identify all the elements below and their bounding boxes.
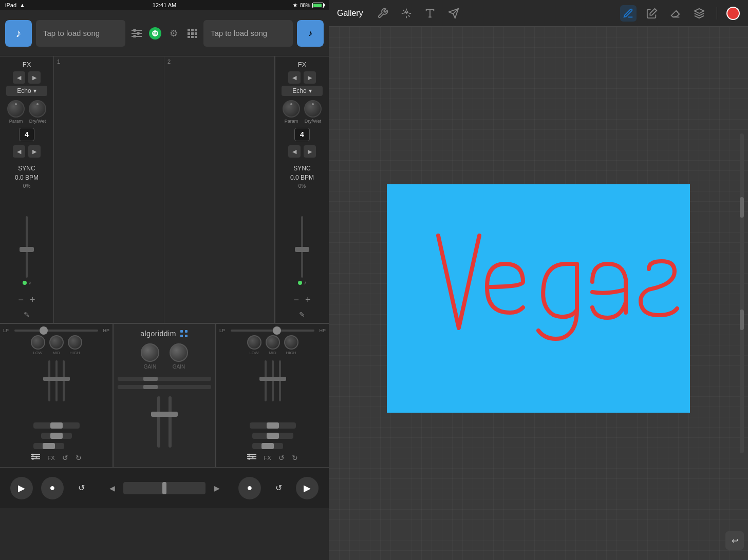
drawing-canvas-area[interactable]: ↩ [329,27,748,560]
deck2-eq-icon[interactable] [247,453,256,462]
deck1-crossfader-handle2[interactable] [50,433,63,439]
settings-icon[interactable]: ⚙ [166,26,181,41]
deck1-song-label[interactable]: Tap to load song [36,20,125,47]
deck2-mid-knob[interactable] [266,335,280,350]
scrollbar-thumb-bottom[interactable] [740,310,744,330]
deck1-mid-knob[interactable] [49,335,64,350]
deck2-fx-icon[interactable]: FX [264,455,271,461]
deck1-loop-icon[interactable]: ↺ [62,454,68,462]
gain2-knob[interactable] [170,343,188,362]
deck1-drywet-knob[interactable] [29,100,46,118]
deck1-crossfader-handle[interactable] [50,422,63,429]
deck1-param-knob[interactable] [7,100,25,118]
gallery-button[interactable]: Gallery [337,9,367,18]
svg-rect-6 [188,29,190,31]
deck2-loop-icon[interactable]: ↺ [278,454,285,462]
deck1-play-transport[interactable]: ▶ [10,477,33,499]
center-fader1-handle[interactable] [143,377,158,381]
deck2-song-label[interactable]: Tap to load song [203,20,293,47]
deck2-crossfader-handle3[interactable] [261,443,274,449]
deck1-hplp-slider[interactable] [14,330,98,332]
deck1-hplp-handle[interactable] [40,326,48,335]
layers-tool[interactable] [691,5,707,22]
progress-handle[interactable] [162,482,166,494]
prev-track-btn[interactable]: ◀ [105,481,119,495]
spotify-icon[interactable] [148,26,162,41]
deck2-play-button[interactable]: ♪ [297,20,324,47]
deck1-eq-icon[interactable] [31,453,40,462]
deck2-cue-btn[interactable]: ● [238,477,261,499]
deck2-crossfader-handle[interactable] [267,422,279,429]
deck1-remove-btn[interactable]: − [18,295,24,305]
deck2-crossfader-track2[interactable] [252,433,293,439]
center-fader2[interactable] [118,385,211,389]
deck1-low-knob[interactable] [31,335,45,350]
deck2-remove-btn[interactable]: − [293,295,299,305]
deck2-crossfader-track3[interactable] [252,443,283,449]
deck1-pencil-icon[interactable]: ✎ [24,311,30,319]
deck1-waveform[interactable]: 1 [54,56,164,323]
wrench-tool[interactable] [375,5,391,22]
deck1-fx-icon[interactable]: FX [47,455,54,461]
deck2-low-knob[interactable] [247,335,261,350]
center-right-handle[interactable] [162,412,178,417]
deck2-fx-next[interactable]: ▶ [304,71,316,84]
share-tool[interactable] [445,5,462,22]
deck2-crossfader-handle2[interactable] [267,433,279,439]
deck2-waveform[interactable]: 2 [164,56,275,323]
deck2-beat-next[interactable]: ▶ [304,145,316,158]
deck2-drywet-knob-container: Dry/Wet [304,100,322,124]
deck1-add-btn[interactable]: + [30,295,35,305]
deck1-high-knob[interactable] [68,335,82,350]
deck2-ch-handle3[interactable] [274,377,286,381]
deck1-crossfader-track2[interactable] [41,433,72,439]
deck2-repeat-icon[interactable]: ↻ [292,454,298,462]
deck1-fx-prev[interactable]: ◀ [13,71,25,84]
deck2-fx-prev[interactable]: ◀ [288,71,301,84]
undo-button[interactable]: ↩ [725,531,744,550]
deck2-loop-btn[interactable]: ↺ [269,479,288,497]
pen-tool[interactable] [620,5,637,22]
deck1-repeat-icon[interactable]: ↻ [76,454,82,462]
deck2-drywet-knob[interactable] [304,100,322,118]
deck1-fx-next[interactable]: ▶ [28,71,41,84]
deck1-fader-handle[interactable] [20,247,34,252]
deck1-ch-handle3[interactable] [58,377,70,381]
text-tool[interactable] [422,5,438,22]
deck2-beat-prev[interactable]: ◀ [288,145,301,158]
deck1-beat-next[interactable]: ▶ [28,145,41,158]
deck2-play-transport[interactable]: ▶ [296,477,319,499]
svg-rect-22 [185,330,188,333]
gain1-knob[interactable] [141,343,159,362]
magic-wand-tool[interactable] [398,5,415,22]
deck1-crossfader-track3[interactable] [33,443,64,449]
deck1-effect-select[interactable]: Echo ▾ [6,86,47,96]
mixer-icon-button[interactable] [129,26,144,41]
deck1-crossfader-handle3[interactable] [43,443,55,449]
active-color-circle[interactable] [726,7,740,20]
deck1-beat-prev[interactable]: ◀ [13,145,25,158]
canvas-scrollbar[interactable] [740,133,744,453]
deck1-loop-btn[interactable]: ↺ [72,479,90,497]
deck2-crossfader-track[interactable] [250,422,296,429]
deck1-crossfader-track[interactable] [33,422,80,429]
deck2-high-knob[interactable] [284,335,298,350]
grid-icon[interactable] [185,26,199,41]
scrollbar-thumb-top[interactable] [740,197,744,218]
deck2-add-btn[interactable]: + [305,295,311,305]
deck2-param-knob[interactable] [283,100,300,118]
center-fader2-handle[interactable] [143,385,158,389]
canvas-frame[interactable] [387,184,690,413]
marker-tool[interactable] [644,5,660,22]
deck2-hplp-slider[interactable] [231,330,314,332]
deck2-pencil-icon[interactable]: ✎ [299,311,305,319]
deck2-effect-select[interactable]: Echo ▾ [282,86,323,96]
deck2-hplp-handle[interactable] [273,326,281,335]
next-track-btn[interactable]: ▶ [210,481,224,495]
center-fader1[interactable] [118,377,211,381]
eraser-tool[interactable] [667,5,684,22]
progress-bar[interactable] [123,482,205,494]
deck2-fader-handle[interactable] [295,247,309,252]
deck1-cue-btn[interactable]: ● [41,477,64,499]
deck1-play-button[interactable]: ♪ [5,20,32,47]
